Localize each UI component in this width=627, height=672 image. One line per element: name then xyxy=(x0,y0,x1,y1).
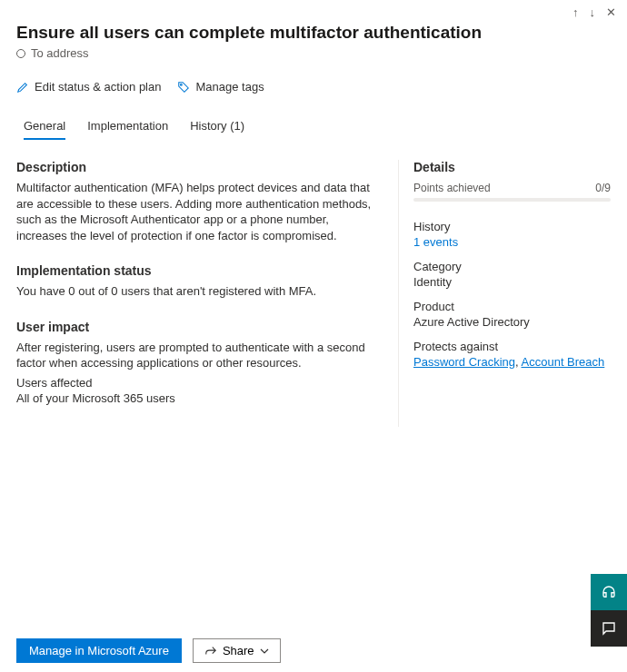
chat-icon xyxy=(601,620,617,637)
feedback-button[interactable] xyxy=(591,610,627,647)
page-title: Ensure all users can complete multifacto… xyxy=(16,23,611,43)
share-label: Share xyxy=(223,644,254,657)
nav-up-icon[interactable]: ↑ xyxy=(572,5,579,19)
description-text: Multifactor authentication (MFA) helps p… xyxy=(16,180,380,243)
close-icon[interactable]: ✕ xyxy=(606,5,616,19)
category-value: Identity xyxy=(413,275,611,289)
category-label: Category xyxy=(413,260,611,273)
points-progress-bar xyxy=(413,198,611,202)
users-affected-value: All of your Microsoft 365 users xyxy=(16,390,380,407)
protects-link-account[interactable]: Account Breach xyxy=(522,355,605,369)
tab-implementation[interactable]: Implementation xyxy=(87,119,168,140)
status-badge: To address xyxy=(16,46,611,60)
tab-history[interactable]: History (1) xyxy=(190,119,244,140)
protects-label: Protects against xyxy=(413,340,611,353)
manage-tags-label: Manage tags xyxy=(195,80,264,94)
chevron-down-icon xyxy=(260,647,269,656)
user-impact-text: After registering, users are prompted to… xyxy=(16,340,380,371)
user-impact-heading: User impact xyxy=(16,320,380,334)
points-label: Points achieved xyxy=(413,182,491,194)
history-link[interactable]: 1 events xyxy=(413,235,458,249)
share-button[interactable]: Share xyxy=(193,638,281,663)
status-circle-icon xyxy=(16,49,25,58)
headset-button[interactable] xyxy=(591,574,627,610)
description-heading: Description xyxy=(16,160,380,174)
share-icon xyxy=(204,645,217,657)
headset-icon xyxy=(601,584,617,600)
nav-down-icon[interactable]: ↓ xyxy=(590,5,596,19)
product-label: Product xyxy=(413,300,611,313)
manage-tags-button[interactable]: Manage tags xyxy=(177,80,264,94)
impl-status-heading: Implementation status xyxy=(16,263,380,278)
protects-link-password[interactable]: Password Cracking xyxy=(413,355,515,369)
details-heading: Details xyxy=(413,160,611,174)
pencil-icon xyxy=(16,81,29,94)
tab-general[interactable]: General xyxy=(24,119,65,140)
edit-status-label: Edit status & action plan xyxy=(35,80,161,94)
manage-azure-button[interactable]: Manage in Microsoft Azure xyxy=(16,638,182,663)
history-label: History xyxy=(413,220,611,233)
product-value: Azure Active Directory xyxy=(413,315,611,329)
svg-point-0 xyxy=(181,84,183,85)
impl-status-text: You have 0 out of 0 users that aren't re… xyxy=(16,283,380,300)
edit-status-button[interactable]: Edit status & action plan xyxy=(16,80,161,94)
tag-icon xyxy=(177,81,190,94)
points-value: 0/9 xyxy=(595,182,611,194)
status-text: To address xyxy=(31,46,89,60)
users-affected-label: Users affected xyxy=(16,375,380,391)
